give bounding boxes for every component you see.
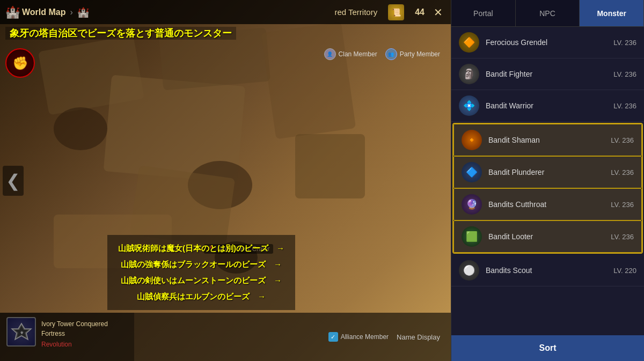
monster-name: Bandit Shaman xyxy=(488,136,604,144)
clan-marker-circle: 👤 xyxy=(324,48,336,60)
monster-name: Bandit Plunderer xyxy=(488,168,604,176)
name-display-label: Name Display xyxy=(397,333,440,341)
tab-monster[interactable]: Monster xyxy=(580,0,644,26)
japanese-title-overlay: 象牙の塔自治区でビーズを落とす普通のモンスター xyxy=(5,27,236,40)
monster-item[interactable]: 💠 Bandit Warrior LV. 236 xyxy=(451,90,644,122)
bottom-controls: ✓ Alliance Member Name Display xyxy=(134,313,451,361)
monster-icon: 🔶 xyxy=(459,32,479,53)
clan-member-marker: 👤 Clan Member xyxy=(324,48,377,60)
right-panel: Portal NPC Monster 🔶 Ferocious Grendel L… xyxy=(451,0,644,361)
separator-icon: › xyxy=(70,8,72,17)
top-bar: 🏰 World Map › 🏰 red Territory 📜 44 ✕ xyxy=(0,0,451,24)
fortress-name: Ivory Tower Conquered Fortress xyxy=(41,319,108,338)
tab-portal-label: Portal xyxy=(473,9,493,18)
faction-emblem-svg: ⚜ xyxy=(11,321,32,343)
highlighted-group: 🔸 Bandit Shaman LV. 236 🔷 Bandit Plunder… xyxy=(452,123,643,254)
monster-list[interactable]: 🔶 Ferocious Grendel LV. 236 🗿 Bandit Fig… xyxy=(451,27,644,335)
close-button[interactable]: ✕ xyxy=(431,6,445,19)
left-arrow-button[interactable]: ❮ xyxy=(3,171,24,191)
monster-icon: 🔷 xyxy=(462,162,482,182)
monster-name: Bandit Looter xyxy=(488,232,604,241)
territory-title: red Territory xyxy=(334,8,377,17)
monster-icon: 🔸 xyxy=(462,130,482,150)
alliance-member-marker: ✓ Alliance Member xyxy=(328,332,389,342)
fortress-subtitle: Revolution xyxy=(41,341,108,348)
monster-level: LV. 236 xyxy=(611,136,634,144)
monster-item[interactable]: 🗿 Bandit Fighter LV. 236 xyxy=(451,58,644,90)
monster-name: Bandit Fighter xyxy=(486,70,607,78)
annotation-line-4: 山賊偵察兵はエルブンのビーズ → xyxy=(118,289,284,305)
monster-icon: 🟩 xyxy=(462,226,482,247)
sort-button[interactable]: Sort xyxy=(451,335,644,361)
world-map-icon: 🏰 xyxy=(5,5,20,19)
monster-name: Bandits Scout xyxy=(486,266,607,275)
monster-level: LV. 236 xyxy=(613,70,636,78)
monster-name: Ferocious Grendel xyxy=(486,38,607,47)
monster-item-highlighted[interactable]: 🟩 Bandit Looter LV. 236 xyxy=(453,220,642,253)
monster-level: LV. 236 xyxy=(613,102,636,110)
monster-item-highlighted[interactable]: 🔷 Bandit Plunderer LV. 236 xyxy=(453,156,642,188)
tab-npc[interactable]: NPC xyxy=(516,0,580,26)
monster-item[interactable]: 🔶 Ferocious Grendel LV. 236 xyxy=(451,27,644,58)
alliance-check-icon: ✓ xyxy=(328,332,338,342)
monster-icon: 💠 xyxy=(459,95,479,116)
monster-icon: 🔮 xyxy=(462,194,482,215)
map-area: 🏰 World Map › 🏰 red Territory 📜 44 ✕ 象牙の… xyxy=(0,0,451,361)
monster-icon: ⚪ xyxy=(459,260,479,281)
svg-text:⚜: ⚜ xyxy=(19,330,23,335)
monster-icon: 🗿 xyxy=(459,64,479,84)
annotation-line-1: 山賊呪術師は魔女(日本のとは別)のビーズ → xyxy=(118,240,284,256)
party-marker-circle: 👥 xyxy=(385,48,397,60)
party-member-marker: 👥 Party Member xyxy=(385,48,440,60)
monster-level: LV. 236 xyxy=(611,201,634,209)
fortress-info: ⚜ Ivory Tower Conquered Fortress Revolut… xyxy=(0,313,134,361)
fortress-text: Ivory Tower Conquered Fortress Revolutio… xyxy=(41,317,108,348)
japanese-title: 象牙の塔自治区でビーズを落とす普通のモンスター xyxy=(5,26,236,41)
fortress-name-text: Ivory Tower Conquered Fortress xyxy=(41,320,108,337)
monster-level: LV. 220 xyxy=(613,267,636,275)
world-map-title: World Map xyxy=(22,8,65,17)
tab-portal[interactable]: Portal xyxy=(451,0,516,26)
annotation-box: 山賊呪術師は魔女(日本のとは別)のビーズ → 山賊の強奪係はブラックオールのビー… xyxy=(107,235,295,310)
monster-level: LV. 236 xyxy=(611,168,634,176)
scroll-icon: 📜 xyxy=(388,4,404,20)
annotation-line-3: 山賊の剣使いはムーンストーンのビーズ → xyxy=(118,272,284,289)
monster-item-highlighted[interactable]: 🔸 Bandit Shaman LV. 236 xyxy=(453,124,642,156)
map-markers: 👤 Clan Member 👥 Party Member xyxy=(324,48,440,60)
monster-item-highlighted[interactable]: 🔮 Bandits Cutthroat LV. 236 xyxy=(453,188,642,220)
tab-bar: Portal NPC Monster xyxy=(451,0,644,27)
monster-item[interactable]: ⚪ Bandits Scout LV. 220 xyxy=(451,255,644,286)
alliance-member-label: Alliance Member xyxy=(341,333,389,341)
clan-member-label: Clan Member xyxy=(339,50,377,58)
faction-emblem-bottom: ⚜ xyxy=(6,317,36,347)
party-member-label: Party Member xyxy=(400,50,440,58)
faction-emblem-top: ✊ xyxy=(5,48,35,78)
count-display: 44 xyxy=(415,8,425,17)
tab-monster-label: Monster xyxy=(597,9,626,18)
monster-name: Bandits Cutthroat xyxy=(488,200,604,209)
tab-npc-label: NPC xyxy=(539,9,555,18)
nav-icon: 🏰 xyxy=(77,6,89,18)
monster-level: LV. 236 xyxy=(613,39,636,47)
monster-level: LV. 236 xyxy=(611,233,634,241)
monster-name: Bandit Warrior xyxy=(486,101,607,110)
annotation-line-2: 山賊の強奪係はブラックオールのビーズ → xyxy=(118,256,284,272)
